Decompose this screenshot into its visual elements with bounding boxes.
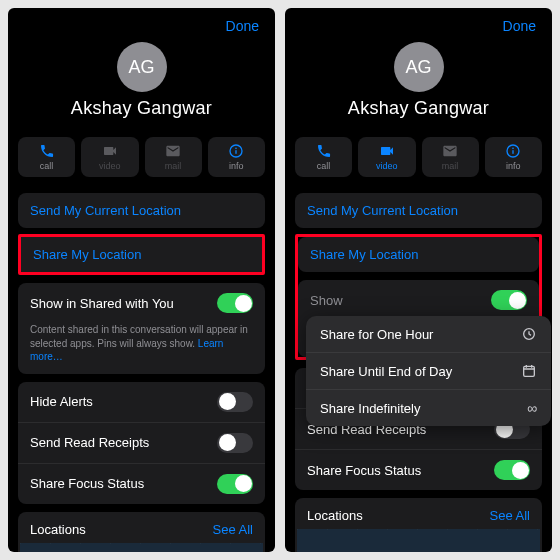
video-button[interactable]: video <box>358 137 415 177</box>
show-in-shared-toggle[interactable] <box>491 290 527 310</box>
done-button[interactable]: Done <box>226 18 259 34</box>
call-button[interactable]: call <box>295 137 352 177</box>
action-row: call video mail info <box>295 137 542 177</box>
location-section: Send My Current Location <box>295 193 542 228</box>
focus-status-toggle[interactable] <box>217 474 253 494</box>
screenshot-left: Done AG Akshay Gangwar call video mail <box>8 8 275 552</box>
locations-title: Locations <box>30 522 86 537</box>
send-current-location[interactable]: Send My Current Location <box>18 193 265 228</box>
svg-rect-5 <box>513 150 514 154</box>
locations-section: Locations See All <box>18 512 265 553</box>
locations-section: Locations See All <box>295 498 542 552</box>
read-receipts-label: Send Read Receipts <box>30 435 149 450</box>
phone-icon <box>39 143 55 159</box>
avatar[interactable]: AG <box>117 42 167 92</box>
locations-title: Locations <box>307 508 363 523</box>
share-my-location[interactable]: Share My Location <box>21 237 262 272</box>
send-current-location[interactable]: Send My Current Location <box>295 193 542 228</box>
map-preview[interactable] <box>297 529 540 552</box>
svg-rect-7 <box>524 366 535 376</box>
show-in-shared-toggle[interactable] <box>217 293 253 313</box>
top-bar: Done <box>18 14 265 42</box>
contact-header: AG Akshay Gangwar <box>18 42 265 119</box>
top-bar: Done <box>295 14 542 42</box>
focus-status-row[interactable]: Share Focus Status <box>295 449 542 490</box>
focus-status-row[interactable]: Share Focus Status <box>18 463 265 504</box>
video-label: video <box>376 161 398 171</box>
share-indefinitely[interactable]: Share Indefinitely ∞ <box>306 389 551 426</box>
svg-rect-2 <box>236 150 237 154</box>
alerts-section: Hide Alerts Send Read Receipts Share Foc… <box>18 382 265 504</box>
share-end-of-day[interactable]: Share Until End of Day <box>306 352 551 389</box>
contact-header: AG Akshay Gangwar <box>295 42 542 119</box>
share-location-highlight: Share My Location <box>18 234 265 275</box>
svg-point-1 <box>236 148 238 150</box>
mail-button[interactable]: mail <box>422 137 479 177</box>
see-all-link[interactable]: See All <box>490 508 530 523</box>
svg-point-4 <box>513 148 515 150</box>
contact-name: Akshay Gangwar <box>295 98 542 119</box>
shared-with-you-section: Show in Shared with You Content shared i… <box>18 283 265 374</box>
video-icon <box>379 143 395 159</box>
show-in-shared-row[interactable]: Show <box>298 280 539 320</box>
phone-icon <box>316 143 332 159</box>
read-receipts-toggle[interactable] <box>217 433 253 453</box>
locations-header-row: Locations See All <box>18 512 265 543</box>
read-receipts-row[interactable]: Send Read Receipts <box>18 422 265 463</box>
mail-icon <box>165 143 181 159</box>
hide-alerts-toggle[interactable] <box>217 392 253 412</box>
video-icon <box>102 143 118 159</box>
clock-icon <box>521 326 537 342</box>
shared-desc: Content shared in this conversation will… <box>18 323 265 374</box>
info-button[interactable]: info <box>485 137 542 177</box>
mail-icon <box>442 143 458 159</box>
avatar[interactable]: AG <box>394 42 444 92</box>
show-in-shared-label: Show <box>310 293 343 308</box>
mail-label: mail <box>165 161 182 171</box>
done-button[interactable]: Done <box>503 18 536 34</box>
info-label: info <box>506 161 521 171</box>
share-one-hour[interactable]: Share for One Hour <box>306 316 551 352</box>
call-label: call <box>40 161 54 171</box>
hide-alerts-label: Hide Alerts <box>30 394 93 409</box>
share-location-highlight: Share My Location Show Contenselecte Sha… <box>295 234 542 360</box>
show-in-shared-row[interactable]: Show in Shared with You <box>18 283 265 323</box>
info-label: info <box>229 161 244 171</box>
share-my-location[interactable]: Share My Location <box>298 237 539 272</box>
infinity-icon: ∞ <box>527 400 537 416</box>
video-label: video <box>99 161 121 171</box>
focus-status-label: Share Focus Status <box>307 463 421 478</box>
see-all-link[interactable]: See All <box>213 522 253 537</box>
calendar-icon <box>521 363 537 379</box>
info-icon <box>505 143 521 159</box>
focus-status-toggle[interactable] <box>494 460 530 480</box>
action-row: call video mail info <box>18 137 265 177</box>
focus-status-label: Share Focus Status <box>30 476 144 491</box>
map-preview[interactable] <box>20 543 263 553</box>
mail-label: mail <box>442 161 459 171</box>
info-button[interactable]: info <box>208 137 265 177</box>
hide-alerts-row[interactable]: Hide Alerts <box>18 382 265 422</box>
locations-header-row: Locations See All <box>295 498 542 529</box>
contact-name: Akshay Gangwar <box>18 98 265 119</box>
call-label: call <box>317 161 331 171</box>
call-button[interactable]: call <box>18 137 75 177</box>
screenshot-right: Done AG Akshay Gangwar call video mail <box>285 8 552 552</box>
location-section: Send My Current Location <box>18 193 265 228</box>
share-duration-menu: Share for One Hour Share Until End of Da… <box>306 316 551 426</box>
video-button[interactable]: video <box>81 137 138 177</box>
info-icon <box>228 143 244 159</box>
show-in-shared-label: Show in Shared with You <box>30 296 174 311</box>
mail-button[interactable]: mail <box>145 137 202 177</box>
